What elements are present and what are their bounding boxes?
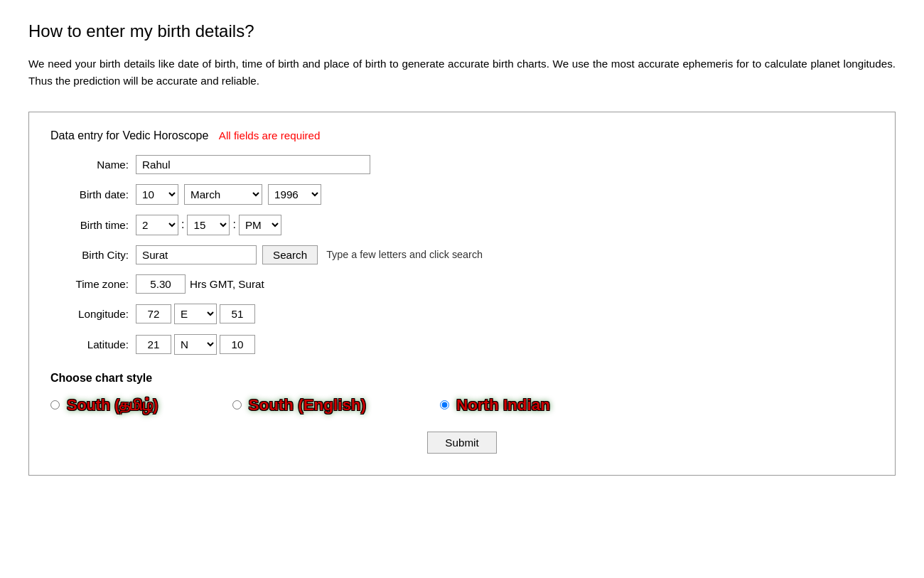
form-header: Data entry for Vedic Horoscope All field… [50,129,874,142]
city-hint: Type a few letters and click search [326,249,483,260]
latitude-dir-select[interactable]: NS [174,334,217,355]
birth-city-label: Birth City: [50,249,129,261]
page-title: How to enter my birth details? [28,21,896,41]
name-row: Name: [50,155,874,174]
chart-radio-south-tamil[interactable] [50,400,60,410]
time-colon-2: : [232,218,235,231]
timezone-unit: Hrs GMT, Surat [190,278,264,290]
birth-date-row: Birth date: 1234 5678 9101112 13141516 1… [50,184,874,205]
south-english-text: South (English) [246,395,369,415]
north-indian-text: North Indian [453,395,553,415]
birth-day-select[interactable]: 1234 5678 9101112 13141516 17181920 2122… [136,184,178,205]
search-button[interactable]: Search [262,245,318,264]
birth-date-label: Birth date: [50,188,129,200]
longitude-dir-select[interactable]: EW [174,304,217,324]
latitude-row: Latitude: NS [50,334,874,355]
chart-radio-south-english[interactable] [232,400,242,410]
time-colon-1: : [181,218,184,231]
chart-option-south-tamil: South (தமிழ்) [50,396,161,414]
form-container: Data entry for Vedic Horoscope All field… [28,112,896,476]
longitude-row: Longitude: EW [50,304,874,324]
chart-option-north-indian: North Indian [440,396,553,414]
birth-hour-select[interactable]: 1234 5678 9101112 [136,215,178,235]
chart-label-south-english: South (English) [246,396,369,414]
birth-time-label: Birth time: [50,219,129,231]
submit-button[interactable]: Submit [427,432,496,454]
longitude-deg-input[interactable] [136,304,171,323]
birth-year-select[interactable]: 1985198619871988 1989199019911992 199319… [268,184,321,205]
latitude-label: Latitude: [50,338,129,350]
latitude-min-input[interactable] [220,335,255,354]
chart-label-south-tamil: South (தமிழ்) [64,396,161,414]
name-label: Name: [50,159,129,171]
longitude-min-input[interactable] [220,304,255,323]
chart-label-north-indian: North Indian [453,396,553,414]
name-input[interactable] [136,155,370,174]
timezone-row: Time zone: Hrs GMT, Surat [50,274,874,294]
chart-style-title: Choose chart style [50,372,874,385]
chart-options-group: South (தமிழ்) South (English) North Indi… [50,396,874,414]
timezone-input[interactable] [136,274,186,294]
chart-radio-north-indian[interactable] [440,400,449,410]
page-description: We need your birth details like date of … [28,55,896,90]
birth-ampm-select[interactable]: AMPM [239,215,281,235]
timezone-label: Time zone: [50,278,129,290]
longitude-label: Longitude: [50,308,129,320]
latitude-deg-input[interactable] [136,335,171,354]
form-header-text: Data entry for Vedic Horoscope [50,129,208,141]
south-tamil-text: South (தமிழ்) [64,395,161,415]
chart-style-section: Choose chart style South (தமிழ்) South (… [50,372,874,454]
birth-city-input[interactable] [136,245,257,264]
birth-city-row: Birth City: Search Type a few letters an… [50,245,874,264]
birth-minute-select[interactable]: 00051015 20253035 40455055 [187,215,230,235]
submit-row: Submit [50,432,874,454]
required-note: All fields are required [219,129,321,141]
birth-month-select[interactable]: JanuaryFebruaryMarch AprilMayJune JulyAu… [184,184,262,205]
birth-time-row: Birth time: 1234 5678 9101112 : 00051015… [50,215,874,235]
chart-option-south-english: South (English) [232,396,369,414]
